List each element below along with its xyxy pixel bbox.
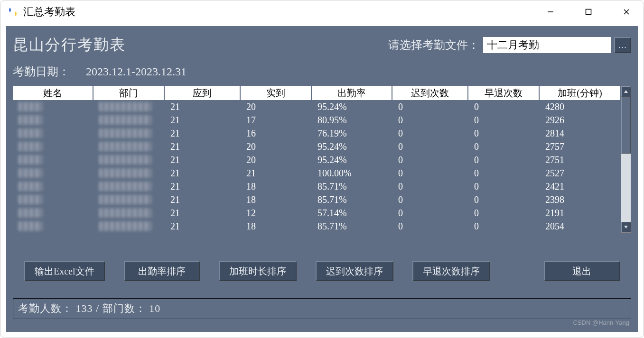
sort-late-button[interactable]: 迟到次数排序	[316, 261, 393, 281]
exit-button[interactable]: 退出	[544, 261, 620, 281]
cell-name	[13, 140, 93, 153]
watermark: CSDN @Hann-Yang	[573, 319, 629, 326]
cell-expected: 21	[165, 166, 241, 180]
minimize-button[interactable]	[543, 4, 558, 19]
cell-actual: 12	[241, 206, 312, 219]
cell-rate: 85.71%	[312, 193, 392, 206]
cell-rate: 100.00%	[312, 166, 392, 180]
cell-late: 0	[392, 180, 468, 193]
status-people-count: 133	[76, 302, 93, 314]
cell-overtime: 2421	[540, 180, 620, 193]
cell-name	[13, 193, 93, 206]
cell-overtime: 2751	[540, 153, 620, 166]
table-row[interactable]: 2121100.00%002527	[13, 166, 621, 180]
cell-expected: 21	[165, 113, 241, 127]
scrollbar[interactable]	[621, 86, 631, 233]
app-icon	[7, 6, 19, 18]
cell-overtime: 2926	[540, 113, 620, 127]
cell-actual: 16	[241, 127, 312, 140]
cell-early: 0	[468, 100, 540, 113]
status-bar: 考勤人数： 133 / 部门数： 10	[13, 298, 631, 319]
cell-expected: 21	[165, 206, 241, 219]
table-row[interactable]: 211780.95%002926	[13, 113, 621, 127]
scroll-down-button[interactable]	[621, 222, 631, 232]
th-actual[interactable]: 实到	[241, 86, 312, 100]
table-row[interactable]: 211885.71%002398	[13, 193, 621, 206]
table-row[interactable]: 211676.19%002814	[13, 127, 621, 140]
table-header: 姓名 部门 应到 实到 出勤率 迟到次数 早退次数 加班(分钟)	[13, 86, 621, 100]
cell-late: 0	[392, 193, 468, 206]
sort-rate-button[interactable]: 出勤率排序	[124, 261, 200, 281]
th-rate[interactable]: 出勤率	[312, 86, 392, 100]
content-panel: 昆山分行考勤表 请选择考勤文件： ... 考勤日期： 2023.12.1-202…	[6, 26, 638, 332]
th-late[interactable]: 迟到次数	[392, 86, 468, 100]
maximize-button[interactable]	[581, 4, 596, 19]
cell-dept	[93, 127, 165, 140]
svg-marker-5	[624, 226, 628, 228]
cell-rate: 95.24%	[312, 140, 392, 153]
cell-dept	[93, 166, 165, 180]
cell-dept	[93, 193, 165, 206]
table-row[interactable]: 212095.24%002751	[13, 153, 621, 166]
cell-rate: 85.71%	[312, 180, 392, 193]
export-excel-button[interactable]: 输出Excel文件	[24, 261, 105, 281]
sort-early-button[interactable]: 早退次数排序	[412, 261, 490, 281]
cell-dept	[93, 206, 165, 219]
cell-expected: 21	[165, 100, 241, 113]
status-dept-label: 部门数：	[103, 302, 146, 314]
status-dept-count: 10	[149, 302, 160, 314]
file-select-input[interactable]	[483, 37, 611, 53]
table-row[interactable]: 212095.24%004280	[13, 100, 621, 113]
cell-actual: 21	[241, 166, 312, 180]
cell-overtime: 2757	[540, 140, 620, 153]
cell-early: 0	[468, 140, 540, 153]
cell-dept	[93, 140, 165, 153]
cell-actual: 18	[241, 180, 312, 193]
table-row[interactable]: 211885.71%002421	[13, 180, 621, 193]
cell-dept	[93, 113, 165, 127]
sort-overtime-button[interactable]: 加班时长排序	[219, 261, 297, 281]
window-title: 汇总考勤表	[23, 5, 543, 19]
browse-button[interactable]: ...	[614, 37, 631, 53]
cell-early: 0	[468, 113, 540, 127]
cell-overtime: 4280	[540, 100, 620, 113]
cell-overtime: 2814	[540, 127, 620, 140]
window-controls	[543, 4, 634, 19]
header-row: 昆山分行考勤表 请选择考勤文件： ...	[10, 32, 634, 59]
scroll-up-button[interactable]	[621, 86, 631, 97]
cell-late: 0	[392, 166, 468, 180]
th-overtime[interactable]: 加班(分钟)	[540, 86, 620, 100]
date-value: 2023.12.1-2023.12.31	[86, 65, 187, 78]
attendance-table: 姓名 部门 应到 实到 出勤率 迟到次数 早退次数 加班(分钟) 212095.…	[13, 86, 631, 233]
svg-marker-4	[624, 90, 628, 93]
th-dept[interactable]: 部门	[93, 86, 165, 100]
cell-late: 0	[392, 113, 468, 127]
cell-early: 0	[468, 180, 540, 193]
cell-rate: 57.14%	[312, 206, 392, 219]
button-row: 输出Excel文件 出勤率排序 加班时长排序 迟到次数排序 早退次数排序 退出	[10, 233, 634, 295]
cell-expected: 21	[165, 140, 241, 153]
cell-early: 0	[468, 193, 540, 206]
table-row[interactable]: 211257.14%002191	[13, 206, 621, 219]
table-row[interactable]: 211885.71%002054	[13, 219, 621, 233]
table-row[interactable]: 212095.24%002757	[13, 140, 621, 153]
cell-dept	[93, 180, 165, 193]
cell-dept	[93, 100, 165, 113]
scroll-track[interactable]	[621, 97, 631, 222]
close-button[interactable]	[619, 4, 634, 19]
cell-expected: 21	[165, 219, 241, 233]
scroll-thumb[interactable]	[621, 97, 631, 154]
svg-rect-1	[586, 9, 591, 15]
cell-overtime: 2398	[540, 193, 620, 206]
cell-name	[13, 127, 93, 140]
th-early[interactable]: 早退次数	[468, 86, 540, 100]
cell-name	[13, 153, 93, 166]
cell-dept	[93, 219, 165, 233]
date-row: 考勤日期： 2023.12.1-2023.12.31	[10, 59, 634, 86]
th-name[interactable]: 姓名	[13, 86, 93, 100]
cell-late: 0	[392, 140, 468, 153]
th-expected[interactable]: 应到	[165, 86, 241, 100]
table-body: 212095.24%004280211780.95%002926211676.1…	[13, 100, 621, 233]
cell-dept	[93, 153, 165, 166]
cell-early: 0	[468, 166, 540, 180]
